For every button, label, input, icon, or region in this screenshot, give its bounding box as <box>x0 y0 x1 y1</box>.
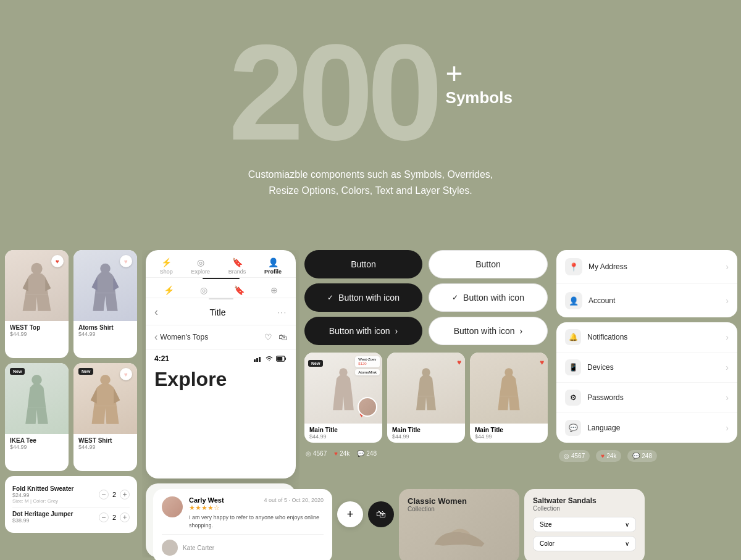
product-card-2-name: Atoms Shirt <box>78 324 132 331</box>
product-grid-3-title: Main Title <box>475 427 543 433</box>
dark-button-3-label: Button with icon <box>329 326 390 336</box>
more-button[interactable]: ··· <box>277 308 287 317</box>
review-stars-display: ★★★★☆ <box>189 504 324 512</box>
views-icon: ◎ <box>306 450 311 457</box>
light-button-2[interactable]: ✓ Button with icon <box>429 283 548 312</box>
settings-devices[interactable]: 📱 Devices › <box>556 353 737 383</box>
settings-notifications[interactable]: 🔔 Notifications › <box>556 322 737 353</box>
likes-value: 24k <box>340 450 350 457</box>
tab-profile[interactable]: 👤 Profile <box>264 257 282 275</box>
button-row-2: ✓ Button with icon ✓ Button with icon <box>304 283 548 312</box>
product-card-4-info: WEST Shirt $44.99 <box>73 434 137 453</box>
settings-comments-icon: 💬 <box>632 453 640 459</box>
product-grid-2-title: Main Title <box>392 427 460 433</box>
passwords-arrow: › <box>726 393 729 403</box>
button-row-3: Button with icon › Button with icon › <box>304 317 548 345</box>
product-1-badge: New <box>308 356 323 367</box>
product-card-1-heart[interactable]: ♥ <box>51 255 64 267</box>
color-option-btn[interactable]: Color ∨ <box>533 536 636 551</box>
status-time: 4:21 <box>154 354 169 363</box>
svg-rect-9 <box>285 357 286 360</box>
cart-fab[interactable]: 🛍 <box>368 501 394 527</box>
title-bar: ‹ Title ··· <box>146 299 296 325</box>
breadcrumb-heart-icon[interactable]: ♡ <box>264 332 272 342</box>
tab-brands[interactable]: 🔖 Brands <box>228 257 246 275</box>
explore-section: Explore <box>146 364 296 396</box>
product-card-3-info: IKEA Tee $44.99 <box>5 434 69 453</box>
reviewer-2-avatar <box>162 540 178 556</box>
product-grid-1-title: Main Title <box>309 427 377 433</box>
breadcrumb-bag-icon[interactable]: 🛍 <box>278 332 287 342</box>
breadcrumb-nav: ‹ Women's Tops ♡ 🛍 <box>146 325 296 349</box>
size-label: Size <box>540 521 551 528</box>
product-card-2-heart[interactable]: ♥ <box>120 255 132 267</box>
product-card-4-badge: New <box>78 368 93 375</box>
add-to-favorites-btn[interactable]: + <box>337 501 363 527</box>
product-card-4-price: $44.99 <box>78 444 132 450</box>
bottom-row: Carly West 4 out of 5 · Oct 20, 2020 ★★★… <box>148 489 650 560</box>
sandals-options: Size ∨ Color ∨ <box>533 517 636 551</box>
arrow-icon-light: › <box>520 326 523 336</box>
wifi-icon <box>265 356 274 362</box>
hero-plus: + <box>446 59 513 88</box>
tab-shop[interactable]: ⚡ Shop <box>160 257 173 275</box>
second-tab-icon-4: ⊕ <box>270 285 278 295</box>
shoe-svg <box>432 522 487 550</box>
light-button-3[interactable]: Button with icon › <box>429 317 548 345</box>
language-arrow: › <box>726 423 729 433</box>
product-2-heart[interactable]: ♥ <box>457 356 461 367</box>
dark-button-1[interactable]: Button <box>304 250 422 278</box>
second-tab-icon-1: ⚡ <box>164 285 174 295</box>
cart-item-1-minus[interactable]: − <box>99 490 109 499</box>
light-button-1[interactable]: Button <box>429 250 548 278</box>
language-label: Language <box>587 424 726 432</box>
product-1-swatches: West-Zoey $120 AtomsMink <box>355 356 380 375</box>
hero-symbols: Symbols <box>446 88 513 107</box>
notifications-label: Notifications <box>587 333 726 341</box>
settings-passwords[interactable]: ⚙ Passwords › <box>556 383 737 413</box>
collection-subtitle: Collection <box>408 506 511 512</box>
product-grid-1-info: Main Title $44.99 <box>304 424 382 443</box>
settings-language[interactable]: 💬 Language › <box>556 413 737 443</box>
cart-item-1-price: $24.99 <box>12 492 73 498</box>
settings-account[interactable]: 👤 Account › <box>556 284 737 317</box>
product-card-4: New ♥ WEST Shirt $44.99 <box>73 363 137 471</box>
cart-item-2-plus[interactable]: + <box>120 512 130 522</box>
product-cards-grid: ♥ WEST Top $44.99 ♥ Atoms Shirt $44.99 <box>5 250 137 471</box>
hero-section: 200 + Symbols Customiazble components su… <box>0 0 741 217</box>
tab-brands-label: Brands <box>228 269 246 275</box>
cart-item-2: Dot Heritage Jumper $38.99 − 2 + <box>12 508 130 527</box>
second-tab-bar: ⚡ ◎ 🔖 ⊕ <box>146 279 296 298</box>
swatch-2-name: AtomsMink <box>355 369 380 375</box>
cart-item-2-minus[interactable]: − <box>99 512 109 522</box>
color-chevron: ∨ <box>625 540 629 547</box>
cart-item-1-plus[interactable]: + <box>120 490 130 499</box>
reviewer-2: Kate Carter <box>162 534 324 556</box>
settings-card-top: 📍 My Address › 👤 Account › <box>556 250 737 317</box>
dark-button-2[interactable]: ✓ Button with icon <box>304 283 422 312</box>
product-3-heart[interactable]: ♥ <box>540 356 544 367</box>
product-card-3: New IKEA Tee $44.99 <box>5 363 69 471</box>
settings-stat-comments: 💬 248 <box>627 450 657 462</box>
product-grid-2-image: ♥ <box>387 353 465 424</box>
tab-explore[interactable]: ◎ Explore <box>191 257 211 275</box>
address-arrow: › <box>726 262 729 272</box>
review-content: Carly West 4 out of 5 · Oct 20, 2020 ★★★… <box>162 496 324 529</box>
product-card-2-price: $44.99 <box>78 331 132 337</box>
product-grid-3-info: Main Title $44.99 <box>470 424 548 443</box>
size-option-btn[interactable]: Size ∨ <box>533 517 636 532</box>
back-button[interactable]: ‹ <box>154 306 158 319</box>
svg-rect-4 <box>254 359 256 362</box>
product-card-4-heart[interactable]: ♥ <box>120 368 132 380</box>
dark-button-3[interactable]: Button with icon › <box>304 317 422 345</box>
settings-comments-value: 248 <box>642 453 652 459</box>
cart-fab-icon: 🛍 <box>376 509 386 520</box>
comments-value: 248 <box>366 450 377 457</box>
product-grid-3-price: $44.99 <box>475 433 543 440</box>
sandals-title: Saltwater Sandals <box>533 496 636 505</box>
settings-my-address[interactable]: 📍 My Address › <box>556 250 737 284</box>
sandals-subtitle: Collection <box>533 505 636 512</box>
collection-card: Classic Women Collection <box>399 489 519 560</box>
product-grid-3-image: ♥ <box>470 353 548 424</box>
review-card: Carly West 4 out of 5 · Oct 20, 2020 ★★★… <box>153 489 332 560</box>
